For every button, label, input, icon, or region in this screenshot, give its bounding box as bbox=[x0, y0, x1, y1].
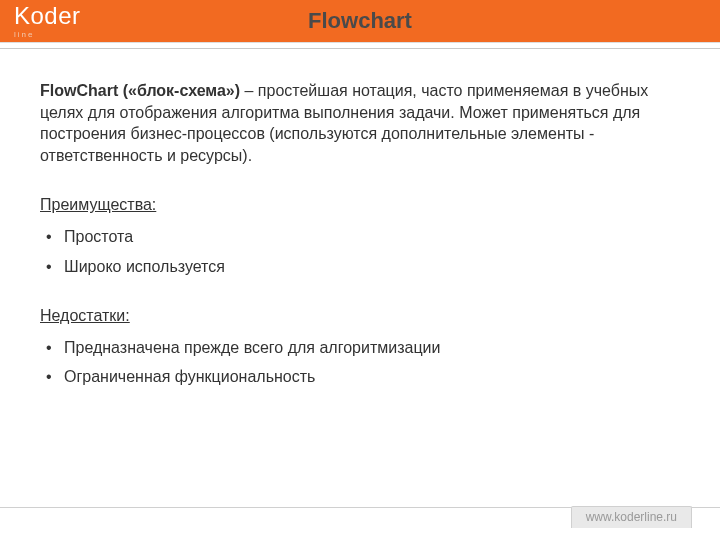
disadvantages-label: Недостатки: bbox=[40, 305, 680, 327]
slide-title: Flowchart bbox=[0, 8, 720, 34]
disadvantages-list: Предназначена прежде всего для алгоритми… bbox=[44, 337, 680, 388]
slide: Koder line Flowchart FlowChart («блок-сх… bbox=[0, 0, 720, 540]
advantages-label: Преимущества: bbox=[40, 194, 680, 216]
advantages-list: Простота Широко используется bbox=[44, 226, 680, 277]
divider bbox=[0, 42, 720, 43]
divider bbox=[0, 48, 720, 49]
slide-body: FlowChart («блок-схема») – простейшая но… bbox=[40, 80, 680, 416]
list-item: Простота bbox=[44, 226, 680, 248]
list-item: Широко используется bbox=[44, 256, 680, 278]
list-item: Предназначена прежде всего для алгоритми… bbox=[44, 337, 680, 359]
intro-lead: FlowChart («блок-схема») bbox=[40, 82, 240, 99]
footer-url: www.koderline.ru bbox=[571, 506, 692, 528]
intro-paragraph: FlowChart («блок-схема») – простейшая но… bbox=[40, 80, 680, 166]
list-item: Ограниченная функциональность bbox=[44, 366, 680, 388]
